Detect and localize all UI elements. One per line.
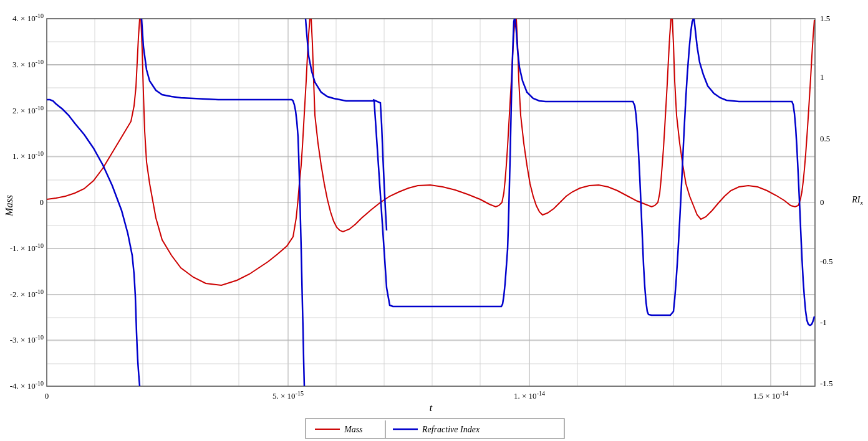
y-axis-left-label: Mass	[4, 195, 14, 217]
x-axis-label: t	[430, 402, 433, 413]
legend-mass-label: Mass	[344, 425, 363, 434]
chart-container: 4. × 10-10 3. × 10-10 2. × 10-10 1. × 10…	[0, 0, 868, 441]
ri-tick-0: 0	[820, 197, 824, 207]
ri-tick-0.5: 0.5	[820, 134, 830, 143]
ri-tick-1: 1	[820, 72, 824, 82]
legend-ri-label: Refractive Index	[422, 425, 480, 434]
y-tick-0: 0	[40, 197, 44, 207]
ri-tick-neg0.5: -0.5	[820, 257, 833, 266]
ri-tick-neg1.5: -1.5	[820, 379, 833, 388]
x-tick-0: 0	[45, 391, 49, 401]
ri-tick-neg1: -1	[820, 318, 827, 327]
ri-tick-1.5: 1.5	[820, 14, 830, 23]
